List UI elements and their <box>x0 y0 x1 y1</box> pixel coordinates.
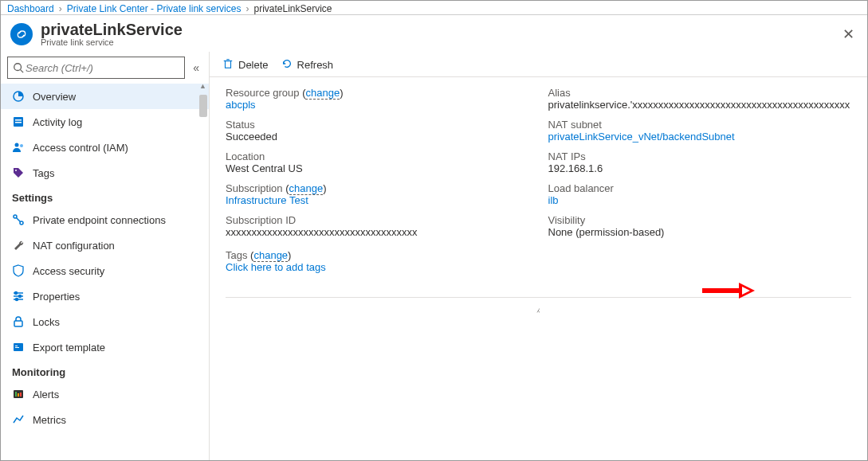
sidebar-item-private-endpoint-connections[interactable]: Private endpoint connections <box>1 207 209 232</box>
sidebar-item-label: Alerts <box>33 389 59 400</box>
chevron-right-icon: › <box>59 3 62 14</box>
scroll-up-icon[interactable]: ▲ <box>199 84 206 90</box>
svg-point-15 <box>15 292 18 295</box>
refresh-button[interactable]: Refresh <box>281 58 334 72</box>
chevron-right-icon: › <box>245 3 249 14</box>
toolbar: Delete Refresh <box>210 52 867 77</box>
resource-group-value[interactable]: abcpls <box>226 99 256 111</box>
properties-icon <box>12 290 25 303</box>
change-resource-group-link[interactable]: change <box>305 87 340 100</box>
change-tags-link[interactable]: change <box>253 249 288 262</box>
tags-icon <box>12 166 25 179</box>
svg-rect-26 <box>226 61 231 68</box>
sidebar-item-properties[interactable]: Properties <box>1 283 209 309</box>
subscription-id-value: xxxxxxxxxxxxxxxxxxxxxxxxxxxxxxxxxxxxx <box>226 226 529 238</box>
search-input[interactable] <box>24 61 179 75</box>
change-subscription-link[interactable]: change <box>289 182 324 195</box>
nat-ips-label: NAT IPs <box>548 150 852 162</box>
sidebar-scrollbar[interactable] <box>199 95 207 117</box>
svg-rect-25 <box>20 393 22 397</box>
delete-button[interactable]: Delete <box>222 58 269 72</box>
nat-ips-value: 192.168.1.6 <box>548 162 852 174</box>
location-label: Location <box>226 150 529 162</box>
status-value: Succeeded <box>226 131 529 143</box>
sidebar-item-alerts[interactable]: Alerts <box>1 381 209 407</box>
svg-rect-24 <box>18 393 19 397</box>
overview-icon <box>12 90 25 103</box>
shield-icon <box>12 264 25 277</box>
nav-list: ▲ Overview Activity log Access control (… <box>1 84 209 461</box>
svg-point-7 <box>20 144 23 147</box>
sidebar-item-label: Export template <box>33 342 105 354</box>
svg-line-1 <box>21 70 24 73</box>
sidebar-item-export-template[interactable]: Export template <box>1 334 209 360</box>
collapse-essentials-button[interactable]: ⁁ <box>226 297 851 313</box>
nat-subnet-value[interactable]: privateLinkService_vNet/backendSubnet <box>548 131 735 143</box>
page-title: privateLinkService <box>41 21 183 37</box>
essentials-right: Alias privatelinkservice.'xxxxxxxxxxxxxx… <box>548 87 852 281</box>
sidebar-item-nat-configuration[interactable]: NAT configuration <box>1 232 209 258</box>
sidebar-item-iam[interactable]: Access control (IAM) <box>1 135 209 160</box>
svg-line-11 <box>17 218 21 222</box>
refresh-label: Refresh <box>297 59 334 71</box>
sidebar-item-label: NAT configuration <box>33 240 115 252</box>
service-logo-icon <box>10 23 33 45</box>
svg-marker-30 <box>739 283 755 299</box>
sidebar-item-label: Private endpoint connections <box>33 214 166 226</box>
essentials-left: Resource group (change) abcpls Status Su… <box>226 87 529 281</box>
svg-rect-20 <box>15 346 18 346</box>
load-balancer-label: Load balancer <box>548 182 852 194</box>
status-label: Status <box>226 119 529 131</box>
content-pane: Delete Refresh Resource group (change) a… <box>210 52 867 461</box>
breadcrumb: Dashboard › Private Link Center - Privat… <box>1 1 867 15</box>
svg-rect-5 <box>15 122 22 123</box>
visibility-value: None (permission-based) <box>548 226 852 238</box>
page-header: privateLinkService Private link service … <box>1 15 867 52</box>
collapse-sidebar-icon[interactable]: « <box>190 60 202 76</box>
sidebar-item-locks[interactable]: Locks <box>1 309 209 334</box>
svg-rect-23 <box>15 392 17 397</box>
sidebar-item-label: Properties <box>33 291 80 303</box>
sidebar-item-activity-log[interactable]: Activity log <box>1 109 209 135</box>
search-box[interactable] <box>7 57 185 79</box>
sidebar-item-label: Locks <box>33 316 60 328</box>
sidebar: « ▲ Overview Activity log Access control… <box>1 52 210 461</box>
log-icon <box>12 115 25 128</box>
alias-value: privatelinkservice.'xxxxxxxxxxxxxxxxxxxx… <box>548 99 852 111</box>
svg-point-0 <box>14 64 22 71</box>
sidebar-item-tags[interactable]: Tags <box>1 160 209 186</box>
sidebar-item-label: Tags <box>33 167 54 179</box>
sidebar-item-label: Overview <box>33 91 76 103</box>
sidebar-section-settings: Settings <box>1 186 209 207</box>
add-tags-link[interactable]: Click here to add tags <box>226 261 326 273</box>
sidebar-item-metrics[interactable]: Metrics <box>1 407 209 432</box>
breadcrumb-plc[interactable]: Private Link Center - Private link servi… <box>67 3 242 14</box>
page-subtitle: Private link service <box>41 37 183 47</box>
svg-point-6 <box>15 143 19 147</box>
sidebar-section-monitoring: Monitoring <box>1 360 209 381</box>
sidebar-item-label: Activity log <box>33 116 82 128</box>
tags-label: Tags <box>226 249 247 261</box>
load-balancer-value[interactable]: ilb <box>548 194 559 206</box>
subscription-value[interactable]: Infrastructure Test <box>226 194 308 206</box>
sidebar-item-access-security[interactable]: Access security <box>1 258 209 283</box>
alerts-icon <box>12 388 25 400</box>
breadcrumb-current: privateLinkService <box>253 3 332 14</box>
svg-rect-18 <box>14 321 22 326</box>
location-value: West Central US <box>226 162 529 174</box>
subscription-id-label: Subscription ID <box>226 214 529 226</box>
close-icon[interactable]: ✕ <box>839 22 858 46</box>
breadcrumb-dashboard[interactable]: Dashboard <box>7 3 54 14</box>
svg-point-17 <box>16 299 18 301</box>
sidebar-item-label: Access security <box>33 265 104 277</box>
metrics-icon <box>12 413 25 426</box>
search-icon <box>13 62 24 73</box>
lock-icon <box>12 315 25 328</box>
svg-point-8 <box>15 170 17 171</box>
sidebar-item-overview[interactable]: Overview <box>1 84 209 109</box>
sidebar-item-label: Metrics <box>33 414 66 426</box>
svg-marker-31 <box>742 287 750 295</box>
resource-group-label: Resource group <box>226 87 300 99</box>
iam-icon <box>12 141 25 154</box>
export-icon <box>12 341 25 354</box>
